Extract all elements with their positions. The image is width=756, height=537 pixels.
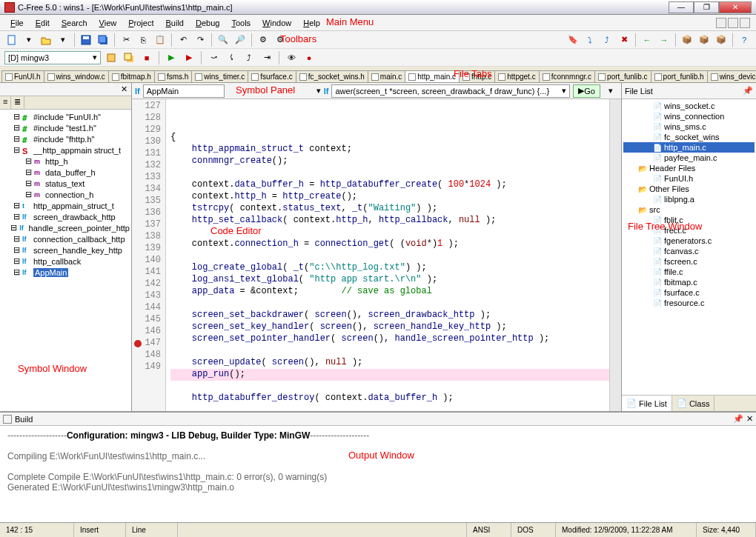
- menu-debug[interactable]: Debug: [191, 17, 224, 29]
- file-tab[interactable]: http_main.c: [405, 70, 460, 82]
- filetree-node[interactable]: wins_socket.c: [623, 101, 755, 111]
- symbol-node[interactable]: ⊟ mdata_buffer_h: [1, 167, 130, 178]
- file-tab[interactable]: fsms.h: [154, 70, 192, 82]
- symbol-node[interactable]: ⊟ lfAppMain: [1, 267, 130, 278]
- filetree-node[interactable]: fgenerators.c: [623, 236, 755, 246]
- filetree-node[interactable]: ffile.c: [623, 267, 755, 277]
- sympanel-more-icon[interactable]: ▾: [603, 84, 618, 99]
- stop-build-icon[interactable]: ■: [139, 50, 154, 65]
- bookmark-next-icon[interactable]: ⤵: [583, 33, 597, 47]
- filetree-node[interactable]: fscreen.c: [623, 256, 755, 267]
- symbol-node[interactable]: ⊟ lfconnection_callback_http: [1, 233, 130, 244]
- menu-help[interactable]: Help: [299, 17, 325, 29]
- symbol-right-combo[interactable]: awer(screen_t *screen, screen_drawback_f…: [331, 84, 570, 98]
- menu-edit[interactable]: Edit: [31, 17, 54, 29]
- watch-icon[interactable]: 👁: [284, 50, 299, 65]
- mdi-restore-icon[interactable]: [728, 18, 738, 28]
- bookmark-prev-icon[interactable]: ⤴: [600, 33, 614, 47]
- menu-tools[interactable]: Tools: [227, 17, 255, 29]
- symbol-left-combo[interactable]: AppMain: [143, 84, 225, 98]
- filetree-node[interactable]: Other Files: [623, 184, 755, 194]
- new-file-icon[interactable]: [4, 33, 19, 47]
- menu-search[interactable]: Search: [57, 17, 92, 29]
- filetree-node[interactable]: FunUI.h: [623, 173, 755, 184]
- mdi-close-icon[interactable]: [740, 18, 750, 28]
- paste-icon[interactable]: 📋: [153, 33, 168, 47]
- save-icon[interactable]: [79, 33, 93, 47]
- symbol-tab-2[interactable]: ≣: [11, 96, 24, 109]
- redo-icon[interactable]: ↷: [193, 33, 208, 47]
- filetree-node[interactable]: Header Files: [623, 163, 755, 173]
- output-body[interactable]: Output Window --------------------Config…: [0, 426, 756, 522]
- file-tab[interactable]: fsurface.c: [248, 70, 296, 82]
- file-tab[interactable]: port_funlib.h: [651, 70, 708, 82]
- nav-fwd-icon[interactable]: →: [657, 33, 672, 47]
- config-combo[interactable]: [D] mingw3▾: [4, 51, 101, 64]
- new-dropdown-icon[interactable]: ▾: [21, 33, 36, 47]
- project-icon[interactable]: 📦: [680, 33, 694, 47]
- file-tab[interactable]: fhttp.c: [459, 70, 495, 82]
- output-close-icon[interactable]: ✕: [746, 414, 753, 424]
- file-tab[interactable]: FunUI.h: [1, 70, 44, 82]
- step-out-icon[interactable]: ⤴: [242, 50, 256, 65]
- symbol-node[interactable]: ⊟ mstatus_text: [1, 178, 130, 189]
- filetree-node[interactable]: fresource.c: [623, 298, 755, 308]
- open-icon[interactable]: [39, 33, 53, 47]
- filetree-tab[interactable]: 📄File List: [622, 396, 672, 411]
- build-icon[interactable]: [104, 50, 119, 65]
- build-all-icon[interactable]: [122, 50, 136, 65]
- debug-icon[interactable]: ▶: [182, 50, 196, 65]
- find-icon[interactable]: 🔍: [216, 33, 231, 47]
- tool-icon[interactable]: ⚙: [256, 33, 271, 47]
- symbol-node[interactable]: ⊟ mhttp_h: [1, 156, 130, 167]
- symbol-node[interactable]: ⊟ lfscreen_drawback_http: [1, 211, 130, 222]
- copy-icon[interactable]: ⎘: [136, 33, 150, 47]
- symbol-node[interactable]: ⊟ S__http_appmain struct_t: [1, 144, 130, 156]
- file-tab[interactable]: fbitmap.h: [108, 70, 155, 82]
- bookmark-icon[interactable]: 🔖: [566, 33, 580, 47]
- tool2-icon[interactable]: ⚙: [273, 33, 288, 47]
- file-tab[interactable]: port_funlib.c: [594, 70, 651, 82]
- file-tab[interactable]: main.c: [368, 70, 405, 82]
- cut-icon[interactable]: ✂: [119, 33, 133, 47]
- close-button[interactable]: ✕: [719, 1, 752, 13]
- symbol-node[interactable]: ⊟ ##include "FunUI.h": [1, 111, 130, 122]
- editor-vscroll[interactable]: [609, 99, 621, 411]
- menu-file[interactable]: File: [6, 17, 28, 29]
- step-over-icon[interactable]: ⤻: [206, 50, 221, 65]
- symbol-node[interactable]: ⊟ ##include "fhttp.h": [1, 133, 130, 144]
- breakpoint-icon[interactable]: ●: [302, 50, 316, 65]
- symbol-close-icon[interactable]: ✕: [119, 84, 129, 95]
- file-tab[interactable]: wins_window.c: [44, 70, 109, 82]
- filetree-node[interactable]: wins_connection: [623, 111, 755, 121]
- symbol-node[interactable]: ⊟ thttp_appmain_struct_t: [1, 200, 130, 211]
- filetree-node[interactable]: src: [623, 204, 755, 215]
- menu-project[interactable]: Project: [124, 17, 158, 29]
- symbol-tab-1[interactable]: ≡: [0, 96, 11, 109]
- nav-back-icon[interactable]: ←: [640, 33, 654, 47]
- filetree-node[interactable]: fc_socket_wins: [623, 132, 755, 142]
- filetree-node[interactable]: liblpng.a: [623, 194, 755, 204]
- file-tab[interactable]: wins_device.c: [707, 70, 756, 82]
- code-area[interactable]: Code Editor { http_appmain_struct_t cont…: [166, 99, 609, 411]
- filetree-node[interactable]: wins_sms.c: [623, 121, 755, 132]
- help-icon[interactable]: ?: [737, 33, 752, 47]
- find-files-icon[interactable]: 🔎: [233, 33, 248, 47]
- minimize-button[interactable]: —: [669, 1, 694, 13]
- menu-build[interactable]: Build: [162, 17, 188, 29]
- bookmark-clear-icon[interactable]: ✖: [617, 33, 631, 47]
- mdi-minimize-icon[interactable]: [716, 18, 726, 28]
- filetree-node[interactable]: frect.c: [623, 225, 755, 236]
- run-to-icon[interactable]: ⇥: [259, 50, 274, 65]
- menu-view[interactable]: View: [95, 17, 122, 29]
- go-button[interactable]: ▶ Go: [573, 84, 600, 98]
- filetree-node[interactable]: fcanvas.c: [623, 246, 755, 256]
- file-tab[interactable]: wins_timer.c: [191, 70, 248, 82]
- output-pin-icon[interactable]: 📌: [733, 414, 743, 424]
- file-tab[interactable]: fconnmngr.c: [539, 70, 595, 82]
- filetree-node[interactable]: fsurface.c: [623, 287, 755, 298]
- file-tab[interactable]: fc_socket_wins.h: [296, 70, 368, 82]
- filetree-node[interactable]: fbitmap.c: [623, 277, 755, 287]
- filetree-node[interactable]: http_main.c: [623, 142, 755, 153]
- save-all-icon[interactable]: [96, 33, 110, 47]
